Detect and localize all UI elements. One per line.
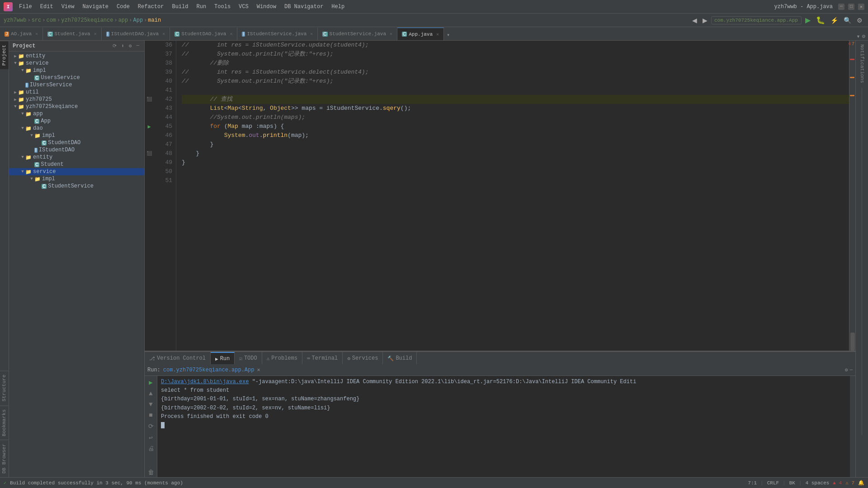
run-button[interactable]: ▶: [803, 15, 812, 25]
menu-window[interactable]: Window: [253, 2, 280, 11]
run-settings-icon[interactable]: ⚙: [845, 367, 848, 373]
vtab-project[interactable]: Project: [0, 41, 9, 69]
minimize-button[interactable]: ─: [838, 4, 844, 10]
menu-view[interactable]: View: [58, 2, 78, 11]
run-scroll-up-icon[interactable]: ▲: [148, 389, 153, 398]
back-button[interactable]: ◀: [690, 16, 699, 25]
error-status[interactable]: ▲ 4: [833, 480, 842, 486]
scrollbar-thumb[interactable]: [850, 333, 855, 351]
breadcrumb-package[interactable]: yzh70725keqiance: [61, 17, 113, 23]
btab-terminal[interactable]: ⌨ Terminal: [302, 352, 343, 365]
tree-studentdao[interactable]: C StudentDAO: [9, 139, 144, 146]
breadcrumb-project[interactable]: yzh7wwb: [4, 17, 26, 23]
notifications-icon[interactable]: 🔔: [858, 480, 864, 486]
charset[interactable]: BK: [789, 480, 795, 486]
menu-refactor[interactable]: Refactor: [134, 2, 168, 11]
tree-dao-folder[interactable]: ▼ 📁 dao: [9, 125, 144, 132]
forward-button[interactable]: ▶: [701, 16, 709, 25]
run-minimize-icon[interactable]: ─: [849, 367, 853, 373]
menu-code[interactable]: Code: [113, 2, 133, 11]
menu-help[interactable]: Help: [328, 2, 348, 11]
tab-ao-close[interactable]: ✕: [35, 31, 38, 37]
tab-student-close[interactable]: ✕: [94, 31, 97, 37]
tree-app-folder[interactable]: ▼ 📁 app: [9, 110, 144, 117]
breadcrumb-class[interactable]: App: [133, 17, 143, 23]
coverage-button[interactable]: ⚡: [829, 16, 840, 25]
vtab-structure[interactable]: Structure: [0, 371, 9, 405]
tree-app-class[interactable]: C App: [9, 117, 144, 125]
tab-istudentservice-close[interactable]: ✕: [310, 31, 313, 37]
close-button[interactable]: ✕: [858, 4, 864, 10]
tab-student[interactable]: C Student.java ✕: [43, 28, 101, 40]
tree-service-inner[interactable]: ▼ 📁 service: [9, 168, 144, 175]
run-output[interactable]: D:\Java\jdk1.8\bin\java.exe "-javaagent:…: [157, 376, 850, 477]
tab-istudentservice[interactable]: I IStudentService.java ✕: [237, 28, 318, 40]
menu-tools[interactable]: Tools: [211, 2, 234, 11]
menu-vcs[interactable]: VCS: [235, 2, 252, 11]
hide-button[interactable]: ─: [135, 42, 141, 49]
tab-studentservice[interactable]: C StudentService.java ✕: [318, 28, 397, 40]
tree-service-top[interactable]: ▼ 📁 service: [9, 60, 144, 67]
btab-problems[interactable]: ⚠ Problems: [262, 352, 302, 365]
menu-run[interactable]: Run: [193, 2, 210, 11]
debug-button[interactable]: 🐛: [814, 15, 827, 25]
breadcrumb-app[interactable]: app: [118, 17, 128, 23]
tab-more-button[interactable]: ▾: [444, 30, 453, 40]
run-config-dropdown[interactable]: com.yzh70725keqiance.app.App: [711, 16, 802, 24]
tree-util[interactable]: ▶ 📁 util: [9, 89, 144, 96]
tree-yzh70725keqiance[interactable]: ▼ 📁 yzh70725keqiance: [9, 103, 144, 110]
tree-student[interactable]: C Student: [9, 161, 144, 168]
notifications-label[interactable]: Notifications: [859, 42, 866, 85]
run-trash-icon[interactable]: 🗑: [147, 468, 155, 477]
menu-db-navigator[interactable]: DB Navigator: [281, 2, 327, 11]
btab-version-control[interactable]: ⎇ Version Control: [145, 352, 211, 365]
breadcrumb-src[interactable]: src: [32, 17, 42, 23]
tree-service-impl[interactable]: ▼ 📁 impl: [9, 67, 144, 74]
run-scroll-down-icon[interactable]: ▼: [148, 400, 153, 409]
run-config-label[interactable]: com.yzh70725keqiance.app.App: [163, 367, 255, 373]
menu-file[interactable]: File: [15, 2, 36, 11]
tab-ao[interactable]: J AO.java ✕: [0, 28, 43, 40]
tree-iusersservice[interactable]: I IUsersService: [9, 81, 144, 89]
indent-setting[interactable]: 4 spaces: [806, 480, 830, 486]
sync-button[interactable]: ⟳: [111, 42, 118, 49]
run-stop-icon[interactable]: ■: [148, 411, 153, 420]
tree-usersservice[interactable]: C UsersService: [9, 74, 144, 81]
settings-button[interactable]: ⚙: [855, 16, 864, 25]
tree-studentservice[interactable]: C StudentService: [9, 183, 144, 190]
menu-edit[interactable]: Edit: [37, 2, 57, 11]
tab-app[interactable]: C App.java ✕: [397, 28, 444, 40]
vtab-db-browser[interactable]: DB Browser: [0, 440, 9, 477]
btab-services[interactable]: ⚙ Services: [343, 352, 383, 365]
tree-yzh70725[interactable]: ▶ 📁 yzh70725: [9, 96, 144, 103]
code-content[interactable]: // int res = iStudentService.update(stud…: [176, 41, 849, 351]
btab-run[interactable]: ▶ Run: [211, 352, 235, 365]
tab-dropdown[interactable]: ▾: [856, 33, 860, 40]
tab-settings[interactable]: ⚙: [862, 33, 865, 40]
tab-studentservice-close[interactable]: ✕: [390, 31, 392, 37]
vtab-bookmarks[interactable]: Bookmarks: [0, 405, 9, 440]
menu-navigate[interactable]: Navigate: [79, 2, 112, 11]
cursor-position[interactable]: 7:1: [748, 480, 757, 486]
btab-build[interactable]: 🔨 Build: [383, 352, 417, 365]
collapse-button[interactable]: ⬆: [120, 42, 126, 49]
tab-studentdao[interactable]: C StudentDAO.java ✕: [170, 28, 237, 40]
run-wrap-icon[interactable]: ↩: [148, 433, 153, 442]
menu-build[interactable]: Build: [168, 2, 192, 11]
tree-dao-impl[interactable]: ▼ 📁 impl: [9, 132, 144, 139]
tab-app-close[interactable]: ✕: [436, 32, 439, 37]
run-tab-close[interactable]: ✕: [257, 366, 260, 373]
warning-status[interactable]: ⚠ 7: [845, 480, 854, 486]
settings-button[interactable]: ⚙: [127, 42, 133, 49]
line-ending[interactable]: CRLF: [767, 480, 779, 486]
search-button[interactable]: 🔍: [842, 16, 853, 25]
tree-service-impl-inner[interactable]: ▼ 📁 impl: [9, 175, 144, 183]
run-print-icon[interactable]: 🖨: [147, 444, 155, 453]
breadcrumb-com[interactable]: com: [46, 17, 56, 23]
tree-entity-inner[interactable]: ▼ 📁 entity: [9, 154, 144, 161]
run-play-icon[interactable]: ▶: [148, 378, 153, 387]
maximize-button[interactable]: □: [848, 4, 854, 10]
java-exe-link[interactable]: D:\Java\jdk1.8\bin\java.exe: [161, 379, 249, 385]
run-rerun-icon[interactable]: ⟳: [147, 422, 155, 431]
tree-entity[interactable]: ▶ 📁 entity: [9, 52, 144, 60]
